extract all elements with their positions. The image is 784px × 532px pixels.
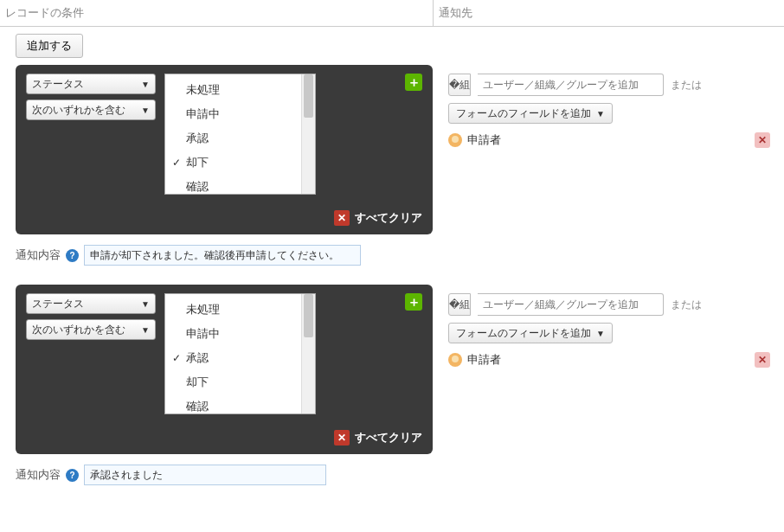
chevron-down-icon: ▼ bbox=[596, 109, 605, 119]
condition-panel: ステータス ▼ 次のいずれかを含む ▼ 未処理 申請中 承認 bbox=[16, 285, 433, 454]
list-item[interactable]: 却下 bbox=[165, 370, 301, 394]
chevron-down-icon: ▼ bbox=[596, 329, 605, 338]
close-icon[interactable]: ✕ bbox=[334, 210, 350, 226]
operator-select[interactable]: 次のいずれかを含む ▼ bbox=[26, 99, 156, 120]
list-item[interactable]: 承認 bbox=[165, 346, 301, 370]
clear-all-button[interactable]: すべてクリア bbox=[355, 430, 422, 445]
add-form-field-label: フォームのフィールドを追加 bbox=[456, 106, 591, 121]
list-item[interactable]: 承認 bbox=[165, 126, 301, 151]
recipient-search-input[interactable] bbox=[478, 74, 664, 96]
field-select[interactable]: ステータス ▼ bbox=[26, 74, 156, 94]
notification-label: 通知内容 bbox=[16, 467, 61, 483]
operator-select-label: 次のいずれかを含む bbox=[32, 103, 125, 118]
list-item[interactable]: 申請中 bbox=[165, 322, 301, 346]
org-picker-icon[interactable]: �組 bbox=[448, 74, 471, 96]
recipient-item: 申請者 ✕ bbox=[448, 132, 770, 148]
list-item[interactable]: 確認 bbox=[165, 394, 301, 419]
user-icon bbox=[448, 353, 462, 367]
field-select-label: ステータス bbox=[32, 297, 84, 311]
recipient-search-input[interactable] bbox=[478, 293, 664, 316]
chevron-down-icon: ▼ bbox=[141, 80, 150, 89]
condition-panel: ステータス ▼ 次のいずれかを含む ▼ 未処理 申請中 承認 bbox=[16, 65, 433, 234]
add-button[interactable]: 追加する bbox=[16, 34, 83, 58]
value-listbox[interactable]: 未処理 申請中 承認 却下 確認 bbox=[164, 74, 316, 195]
or-text: または bbox=[671, 298, 702, 312]
add-form-field-button[interactable]: フォームのフィールドを追加 ▼ bbox=[448, 103, 613, 124]
notification-input[interactable] bbox=[84, 465, 326, 485]
list-item[interactable]: 未処理 bbox=[165, 298, 301, 322]
column-header-recipients: 通知先 bbox=[434, 0, 784, 27]
list-item[interactable]: 確認 bbox=[165, 175, 301, 199]
chevron-down-icon: ▼ bbox=[141, 299, 150, 309]
org-picker-icon[interactable]: �組 bbox=[448, 293, 471, 316]
add-condition-icon[interactable]: ＋ bbox=[405, 74, 422, 91]
or-text: または bbox=[671, 78, 702, 93]
list-item[interactable]: 未処理 bbox=[165, 78, 301, 102]
list-item[interactable]: 申請中 bbox=[165, 102, 301, 126]
notification-input[interactable] bbox=[84, 245, 361, 266]
list-item[interactable]: 却下 bbox=[165, 151, 301, 175]
help-icon[interactable]: ? bbox=[66, 249, 79, 262]
add-form-field-label: フォームのフィールドを追加 bbox=[456, 326, 591, 341]
scrollbar[interactable] bbox=[301, 294, 315, 413]
add-form-field-button[interactable]: フォームのフィールドを追加 ▼ bbox=[448, 323, 613, 343]
clear-all-button[interactable]: すべてクリア bbox=[355, 210, 422, 226]
user-icon bbox=[448, 133, 462, 147]
remove-recipient-icon[interactable]: ✕ bbox=[755, 132, 770, 148]
add-condition-icon[interactable]: ＋ bbox=[405, 293, 422, 311]
operator-select[interactable]: 次のいずれかを含む ▼ bbox=[26, 319, 156, 340]
close-icon[interactable]: ✕ bbox=[334, 430, 350, 445]
scrollbar[interactable] bbox=[301, 74, 315, 194]
recipient-item: 申請者 ✕ bbox=[448, 352, 770, 368]
field-select[interactable]: ステータス ▼ bbox=[26, 293, 156, 314]
recipient-name: 申請者 bbox=[467, 132, 501, 148]
operator-select-label: 次のいずれかを含む bbox=[32, 323, 125, 337]
chevron-down-icon: ▼ bbox=[141, 325, 150, 335]
field-select-label: ステータス bbox=[32, 77, 84, 92]
notification-label: 通知内容 bbox=[16, 247, 61, 263]
recipient-name: 申請者 bbox=[467, 352, 501, 368]
help-icon[interactable]: ? bbox=[66, 469, 79, 482]
column-header-conditions: レコードの条件 bbox=[0, 0, 433, 27]
value-listbox[interactable]: 未処理 申請中 承認 却下 確認 bbox=[164, 293, 316, 414]
remove-recipient-icon[interactable]: ✕ bbox=[755, 352, 770, 368]
chevron-down-icon: ▼ bbox=[141, 106, 150, 115]
